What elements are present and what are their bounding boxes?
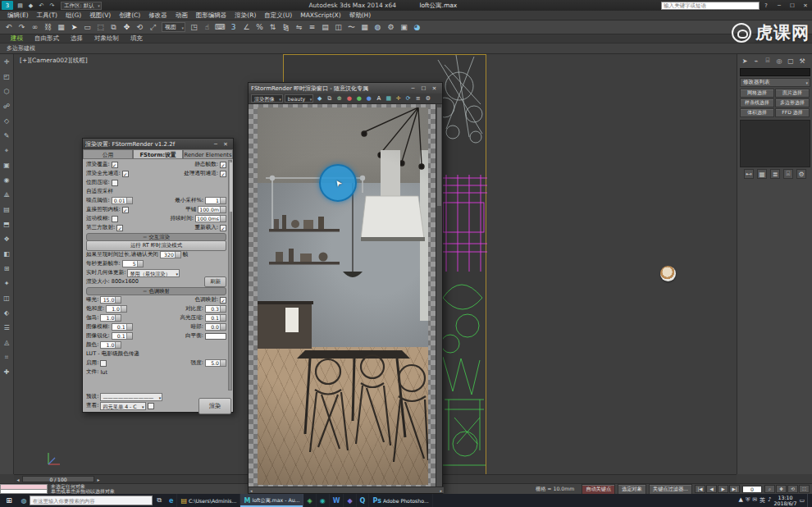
- key-filters-button[interactable]: 关键点过滤器...: [649, 484, 692, 495]
- scrollbar-thumb[interactable]: [230, 162, 232, 212]
- select-object-icon[interactable]: ➤: [68, 21, 80, 34]
- maxscript-mini-listener[interactable]: [0, 484, 48, 494]
- checkbox[interactable]: ✓: [220, 225, 226, 231]
- select-and-link-icon[interactable]: ∞: [29, 21, 41, 34]
- tray-mail-icon[interactable]: ✉: [752, 496, 757, 505]
- show-end-result-icon[interactable]: ▦: [757, 169, 767, 179]
- action-center-icon[interactable]: ▭: [799, 497, 805, 504]
- render-window-minimize-button[interactable]: ─: [408, 85, 418, 92]
- spinner-field[interactable]: 5: [122, 260, 144, 267]
- viewport-label[interactable]: [+][Camera002][线框]: [20, 57, 88, 65]
- button[interactable]: 运行 RT 即时渲染模式: [86, 240, 226, 251]
- checkbox[interactable]: ✓: [116, 225, 123, 231]
- start-button[interactable]: ⊞: [0, 494, 18, 507]
- bind-to-space-warp-icon[interactable]: ▦: [55, 21, 67, 34]
- checkbox[interactable]: ✓: [112, 162, 118, 168]
- dropdown[interactable]: 四元菜单 4 - C: [100, 402, 145, 410]
- help-button[interactable]: ?: [760, 1, 773, 10]
- save-file-icon[interactable]: ◆: [25, 1, 36, 10]
- taskbar-app-purple[interactable]: ◆: [344, 494, 356, 507]
- color-swatch[interactable]: [205, 333, 226, 340]
- render-canvas[interactable]: ➤: [249, 104, 437, 488]
- use-pivot-center-icon[interactable]: ◳: [188, 21, 200, 34]
- named-selection-sets-icon[interactable]: ⧎: [280, 21, 292, 34]
- rs-tab-common[interactable]: 公用: [83, 149, 133, 159]
- menu-item[interactable]: 创建(C): [115, 11, 144, 20]
- dialog-minimize-button[interactable]: ─: [211, 141, 221, 148]
- taskbar-app-teal[interactable]: ◉: [317, 494, 330, 507]
- cone-icon[interactable]: ⟁: [2, 190, 12, 200]
- modify-panel-icon[interactable]: ⌁: [751, 56, 761, 66]
- button[interactable]: 刷新: [204, 276, 226, 287]
- close-button[interactable]: ✕: [799, 1, 812, 10]
- modifier-patch-select-button[interactable]: 面片选择: [775, 89, 810, 98]
- shape-icon[interactable]: ◇: [2, 116, 12, 126]
- taskbar-app-explorer[interactable]: ▤C:\Users\Adminis...: [177, 494, 240, 507]
- keyboard-shortcut-override-icon[interactable]: ⌨: [214, 21, 226, 34]
- checkbox[interactable]: ✓: [122, 207, 129, 213]
- taskbar-app-photoshop[interactable]: PsAdobe Photosho...: [369, 494, 432, 507]
- taskbar-clock[interactable]: 13:10 2018/6/7: [774, 495, 797, 506]
- sphere-icon[interactable]: ◉: [2, 175, 12, 185]
- spinner-field[interactable]: 320: [160, 251, 181, 258]
- render-channel-dropdown[interactable]: beauty: [285, 94, 314, 103]
- undo-icon[interactable]: ↶: [2, 21, 15, 34]
- zoom-button[interactable]: ⌕: [764, 485, 775, 493]
- modifier-list-dropdown[interactable]: 修改器列表: [740, 78, 810, 87]
- taskbar-app-edge[interactable]: e: [166, 494, 177, 507]
- select-by-name-icon[interactable]: ▭: [81, 21, 94, 34]
- graphite-ribbon-icon[interactable]: ◫: [332, 21, 344, 34]
- open-file-icon[interactable]: ▤: [15, 1, 25, 10]
- spinner-field[interactable]: 1.0: [100, 341, 121, 349]
- go-to-end-button[interactable]: ▶|: [729, 485, 740, 493]
- tray-expand-icon[interactable]: ▲: [739, 496, 743, 505]
- layer-manager-icon[interactable]: ▤: [319, 21, 331, 34]
- select-and-manipulate-icon[interactable]: ☝: [201, 21, 213, 34]
- render-window-titlebar[interactable]: FStormRender 即时渲染窗口 - 随意汉化专属 ─ ☐ ✕: [249, 83, 442, 94]
- angle-snap-icon[interactable]: ∠: [240, 21, 253, 34]
- ribbon-tab-freeform[interactable]: 自由形式: [29, 34, 65, 43]
- modifier-poly-select-button[interactable]: 多边形选择: [775, 98, 810, 107]
- percent-snap-icon[interactable]: %: [253, 21, 266, 34]
- menu-item[interactable]: 渲染(R): [230, 11, 260, 20]
- undo-icon[interactable]: ↶: [36, 1, 47, 10]
- material-editor-icon[interactable]: ◍: [372, 21, 384, 34]
- menu-item[interactable]: 修改器: [144, 11, 171, 20]
- render-production-icon[interactable]: ◕: [411, 21, 423, 34]
- select-and-scale-icon[interactable]: ⤢: [147, 21, 159, 34]
- draw-icon[interactable]: ✎: [2, 130, 12, 141]
- spinner-field[interactable]: 0.1: [112, 332, 133, 340]
- rs-tab-fstorm[interactable]: FStorm:设置: [133, 149, 183, 159]
- unlink-selection-icon[interactable]: ⛓: [42, 21, 54, 34]
- ime-language-indicator[interactable]: 英: [760, 496, 765, 505]
- render-image-dropdown[interactable]: 渲染图像: [251, 94, 283, 103]
- render-settings-titlebar[interactable]: 渲染设置: FStormRender v1.2.2f ─ ✕: [83, 139, 233, 149]
- menu-item[interactable]: MAXScript(X): [296, 11, 344, 19]
- checkbox[interactable]: ✓: [220, 162, 226, 168]
- pan-button[interactable]: ✥: [776, 485, 787, 493]
- menu-item[interactable]: 编辑(E): [3, 11, 33, 20]
- rollout-header[interactable]: − 交互渲染: [86, 233, 226, 241]
- star-icon[interactable]: ✦: [2, 278, 12, 289]
- taskbar-app-qq[interactable]: Q: [357, 494, 370, 507]
- menu-item[interactable]: 动画: [171, 11, 192, 20]
- 3dsmax-logo-icon[interactable]: 3: [2, 1, 13, 10]
- hscroll-left-arrow[interactable]: ◂: [250, 488, 253, 493]
- create-panel-icon[interactable]: ➤: [740, 56, 750, 66]
- spinner-field[interactable]: 1: [205, 197, 226, 204]
- checkbox[interactable]: [112, 180, 118, 186]
- render-menu-icon[interactable]: ≡: [413, 94, 422, 103]
- curve-editor-icon[interactable]: 〜: [345, 21, 358, 34]
- menu-item[interactable]: 图形编辑器: [192, 11, 231, 20]
- axis-constraint-icon[interactable]: ✛: [2, 57, 12, 67]
- workspace-dropdown[interactable]: 工作区: 默认: [61, 2, 102, 10]
- spinner-field[interactable]: 0.1: [205, 314, 226, 322]
- rectangular-selection-icon[interactable]: ⬚: [94, 21, 107, 34]
- rs-tab-elements[interactable]: Render Elements: [183, 149, 233, 159]
- taskbar-app-green[interactable]: ◈: [303, 494, 316, 507]
- redo-icon[interactable]: ↷: [16, 21, 28, 34]
- taskbar-app-word[interactable]: W: [330, 494, 344, 507]
- ribbon-tab-populate[interactable]: 填充: [125, 34, 148, 43]
- render-setup-icon[interactable]: ⚙: [385, 21, 397, 34]
- hierarchy-panel-icon[interactable]: ⌸: [763, 56, 773, 66]
